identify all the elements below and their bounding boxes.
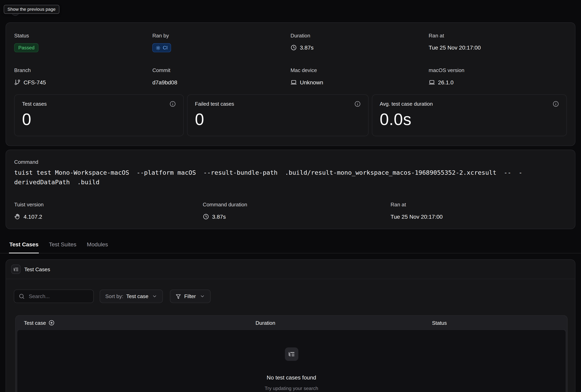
hand-icon (14, 213, 20, 220)
stat-label: Failed test cases (195, 101, 234, 107)
table-header: Test case Duration Status (16, 316, 567, 330)
sort-button[interactable]: Sort by: Test case (100, 290, 163, 303)
mac-device-value: Unknown (300, 79, 323, 85)
field-label: Tuist version (14, 202, 203, 208)
info-icon[interactable] (354, 101, 360, 107)
field-label: macOS version (429, 67, 567, 73)
sort-value-label: Test case (126, 293, 148, 299)
field-label: Commit (152, 67, 290, 73)
tuist-version-value: 4.107.2 (24, 213, 42, 220)
command-duration-value: 3.87s (212, 213, 226, 220)
field-mac-device: Mac device Unknown (290, 67, 429, 86)
info-icon[interactable] (170, 101, 176, 107)
field-status: Status Passed (14, 32, 152, 52)
branch-value: CFS-745 (24, 79, 46, 85)
search-icon (19, 293, 25, 299)
table-body: No test cases found Try updating your se… (17, 330, 566, 392)
tab-modules[interactable]: Modules (86, 241, 108, 253)
command-fields: Tuist version 4.107.2 Command duration 3… (14, 202, 567, 221)
macos-version-value: 26.1.0 (438, 79, 454, 85)
filter-button[interactable]: Filter (170, 290, 210, 303)
field-tuist-version: Tuist version 4.107.2 (14, 202, 203, 221)
list-tree-icon (285, 348, 298, 361)
stat-label: Test cases (22, 101, 47, 107)
field-label: Ran at (429, 32, 567, 38)
tooltip-show-previous-page: Show the previous page (4, 5, 59, 14)
field-label: Ran by (152, 32, 290, 38)
field-branch: Branch CFS-745 (14, 67, 152, 86)
field-label: Status (14, 32, 152, 38)
search-box[interactable] (14, 290, 94, 303)
search-input[interactable] (28, 293, 89, 300)
overview-field-grid: Status Passed Ran by CI Duration (14, 32, 567, 86)
duration-value: 3.87s (300, 44, 314, 50)
ran-at-value: Tue 25 Nov 20:17:00 (429, 44, 481, 50)
status-badge: Passed (14, 43, 39, 52)
field-label: Ran at (391, 202, 567, 208)
stat-card-failed-test-cases: Failed test cases 0 (187, 94, 368, 136)
field-label: Command duration (203, 202, 390, 208)
stat-card-avg-duration: Avg. test case duration 0.0s (372, 94, 567, 136)
ci-gear-icon (156, 45, 160, 50)
column-label: Test case (24, 320, 46, 326)
stat-value: 0 (195, 111, 360, 128)
sort-prefix-label: Sort by: (105, 293, 123, 299)
command-text: tuist test Mono-Workspace-macOS --platfo… (14, 168, 524, 187)
test-cases-table: Test case Duration Status No test cases … (15, 315, 568, 392)
field-ran-by: Ran by CI (152, 32, 290, 52)
column-header-test-case[interactable]: Test case (16, 316, 247, 330)
clock-icon (290, 44, 297, 50)
empty-state-title: No test cases found (266, 374, 316, 381)
tabs-bar: Test Cases Test Suites Modules (0, 229, 581, 253)
filter-label: Filter (184, 293, 196, 299)
info-icon[interactable] (552, 101, 559, 107)
empty-state-subtitle: Try updating your search (264, 386, 318, 391)
stat-label: Avg. test case duration (380, 101, 433, 107)
laptop-icon (429, 79, 435, 85)
test-cases-title: Test Cases (24, 266, 50, 272)
command-ran-at-value: Tue 25 Nov 20:17:00 (391, 213, 443, 220)
field-label: Mac device (290, 67, 429, 73)
tab-test-cases[interactable]: Test Cases (9, 241, 39, 253)
test-cases-header: Test Cases (6, 260, 575, 279)
field-commit: Commit d7a9bd08 (152, 67, 290, 86)
field-macos-version: macOS version 26.1.0 (429, 67, 567, 86)
field-label: Branch (14, 67, 152, 73)
page: Show the previous page Test Details Stat… (0, 0, 581, 392)
field-label: Duration (290, 32, 429, 38)
filter-icon (176, 294, 181, 299)
field-ran-at: Ran at Tue 25 Nov 20:17:00 (429, 32, 567, 52)
column-header-status[interactable]: Status (424, 316, 567, 330)
test-cases-card: Test Cases Sort by: Test case Fi (6, 259, 576, 392)
clock-icon (203, 213, 209, 220)
chevron-down-icon (200, 294, 205, 299)
field-command-duration: Command duration 3.87s (203, 202, 390, 221)
commit-value: d7a9bd08 (152, 79, 177, 85)
field-command-ran-at: Ran at Tue 25 Nov 20:17:00 (391, 202, 567, 221)
ran-by-badge: CI (152, 43, 171, 52)
chevron-down-icon (152, 294, 157, 299)
toolbar: Sort by: Test case Filter (6, 279, 575, 303)
test-cases-icon (11, 265, 20, 274)
test-details-card: Status Passed Ran by CI Duration (6, 22, 576, 146)
stats-row: Test cases 0 Failed test cases 0 (14, 94, 567, 136)
stat-value: 0.0s (380, 111, 559, 128)
laptop-icon (290, 79, 297, 85)
stat-card-test-cases: Test cases 0 (14, 94, 184, 136)
command-label: Command (14, 159, 567, 165)
stat-value: 0 (22, 111, 176, 128)
tab-test-suites[interactable]: Test Suites (48, 241, 77, 253)
command-card: Command tuist test Mono-Workspace-macOS … (6, 150, 576, 229)
field-duration: Duration 3.87s (290, 32, 429, 52)
sort-ascending-icon (48, 320, 54, 326)
column-header-duration[interactable]: Duration (247, 316, 424, 330)
ran-by-badge-label: CI (163, 45, 168, 51)
git-branch-icon (14, 79, 20, 85)
